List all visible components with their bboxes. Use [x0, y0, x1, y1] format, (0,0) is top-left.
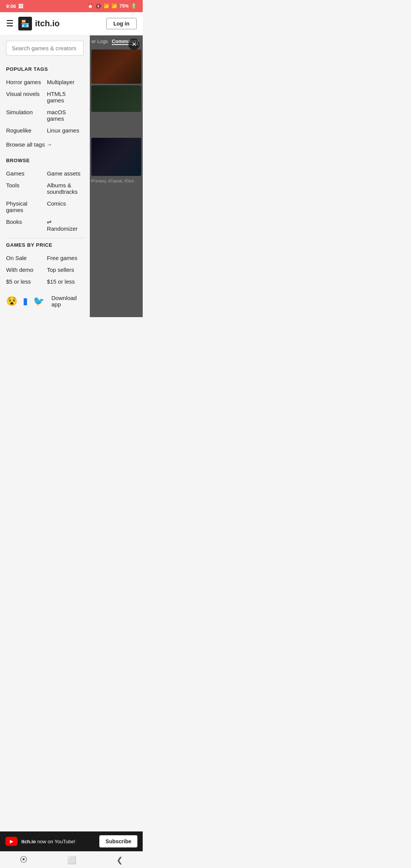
close-button[interactable]: ✕ [128, 38, 140, 50]
browse-albums[interactable]: Albums & soundtracks [47, 180, 84, 197]
browse-randomizer[interactable]: ⇌ Randomizer [47, 216, 84, 234]
browse-tools[interactable]: Tools [6, 180, 43, 197]
main-area: POPULAR TAGS Horror games Multiplayer Vi… [0, 35, 143, 317]
browse-games[interactable]: Games [6, 168, 43, 179]
battery: 75% [119, 3, 129, 9]
browse-game-assets[interactable]: Game assets [47, 168, 84, 179]
social-row: 😵 ▮ 🐦 Download app [6, 295, 84, 308]
time: 9:06 [6, 3, 16, 9]
status-bar: 9:06 🖼 ⏰ 🔇 📶 📶 75% 🔋 [0, 0, 143, 12]
side-panel: POPULAR TAGS Horror games Multiplayer Vi… [0, 35, 90, 317]
browse-grid: Games Game assets Tools Albums & soundtr… [6, 168, 84, 234]
reddit-icon[interactable]: 😵 [6, 296, 18, 306]
bg-game-card-1 [91, 49, 141, 84]
browse-comics[interactable]: Comics [47, 198, 84, 215]
bg-game-card-2 [91, 85, 141, 112]
logo-icon: 🏪 [18, 17, 32, 30]
facebook-icon[interactable]: ▮ [23, 296, 28, 306]
signal-icon: 📶 [112, 3, 117, 9]
twitter-icon[interactable]: 🐦 [33, 296, 45, 306]
status-left: 9:06 🖼 [6, 3, 23, 9]
browse-title: BROWSE [6, 158, 84, 163]
price-15-less[interactable]: $15 or less [47, 276, 84, 287]
browse-books[interactable]: Books [6, 216, 43, 234]
price-5-less[interactable]: $5 or less [6, 276, 43, 287]
price-with-demo[interactable]: With demo [6, 264, 43, 275]
photo-icon: 🖼 [18, 3, 23, 9]
bg-game-card-3 [91, 138, 141, 176]
divider [6, 238, 84, 238]
tag-multiplayer[interactable]: Multiplayer [47, 77, 84, 88]
search-input[interactable] [6, 41, 84, 56]
price-grid: On Sale Free games With demo Top sellers… [6, 252, 84, 287]
popular-tags-title: POPULAR TAGS [6, 66, 84, 72]
bg-panel: er Logs Community ✕ #Fantasy, #Casual, #… [90, 35, 143, 317]
price-title: GAMES BY PRICE [6, 242, 84, 248]
tag-roguelike[interactable]: Roguelike [6, 125, 43, 136]
mute-icon: 🔇 [96, 3, 101, 9]
logo[interactable]: 🏪 itch.io [18, 17, 60, 30]
alarm-icon: ⏰ [88, 3, 93, 9]
battery-icon: 🔋 [131, 3, 137, 9]
logo-text: itch.io [35, 19, 60, 29]
browse-physical[interactable]: Physical games [6, 198, 43, 215]
status-right: ⏰ 🔇 📶 📶 75% 🔋 [88, 3, 137, 9]
price-top-sellers[interactable]: Top sellers [47, 264, 84, 275]
tags-grid: Horror games Multiplayer Visual novels H… [6, 77, 84, 136]
hash-tags: #Fantasy, #Casual, #Dice [90, 177, 143, 185]
menu-icon[interactable]: ☰ [6, 19, 14, 29]
tag-horror[interactable]: Horror games [6, 77, 43, 88]
price-free[interactable]: Free games [47, 252, 84, 263]
login-button[interactable]: Log in [106, 18, 137, 29]
header: ☰ 🏪 itch.io Log in [0, 12, 143, 35]
download-app-link[interactable]: Download app [51, 295, 84, 308]
browse-all-tags[interactable]: Browse all tags → [6, 139, 84, 150]
tag-linux[interactable]: Linux games [47, 125, 84, 136]
price-on-sale[interactable]: On Sale [6, 252, 43, 263]
tag-macos[interactable]: macOS games [47, 107, 84, 124]
bg-tab-logs[interactable]: er Logs [91, 38, 108, 45]
tag-visual-novels[interactable]: Visual novels [6, 88, 43, 106]
tag-simulation[interactable]: Simulation [6, 107, 43, 124]
wifi-icon: 📶 [104, 3, 109, 9]
tag-html5[interactable]: HTML5 games [47, 88, 84, 106]
bg-spacer [90, 113, 143, 136]
